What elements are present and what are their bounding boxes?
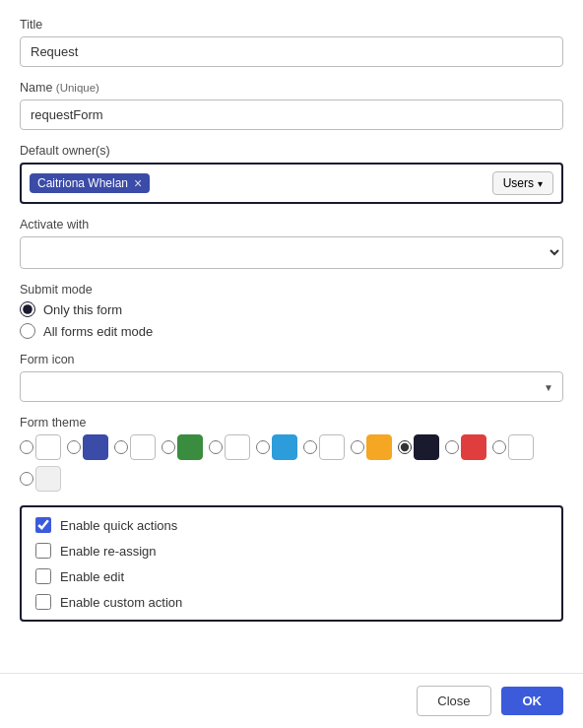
remove-owner-button[interactable]: ×	[134, 176, 142, 190]
submit-mode-label: Submit mode	[20, 283, 563, 297]
form-icon-label: Form icon	[20, 353, 563, 366]
name-field-group: Name (Unique)	[20, 81, 563, 130]
enable-custom-action-option[interactable]: Enable custom action	[35, 594, 548, 610]
theme-option-white4[interactable]	[303, 434, 345, 460]
enable-custom-action-label[interactable]: Enable custom action	[60, 595, 182, 610]
theme-swatch-red	[461, 434, 486, 460]
title-input[interactable]	[20, 36, 563, 67]
theme-radio-light-gray[interactable]	[20, 472, 33, 486]
theme-option-green[interactable]	[162, 434, 203, 460]
form-icon-select[interactable]	[20, 371, 563, 402]
theme-option-black[interactable]	[398, 434, 439, 460]
submit-mode-group: Submit mode Only this form All forms edi…	[20, 283, 563, 339]
theme-radio-white3[interactable]	[209, 440, 223, 454]
name-input[interactable]	[20, 99, 563, 130]
form-theme-group: Form theme	[20, 416, 563, 492]
theme-swatch-sky-blue	[272, 434, 297, 460]
theme-option-red[interactable]	[445, 434, 486, 460]
enable-reassign-label[interactable]: Enable re-assign	[60, 544, 157, 559]
enable-quick-actions-label[interactable]: Enable quick actions	[60, 518, 177, 533]
theme-option-white[interactable]	[20, 434, 61, 460]
form-theme-label: Form theme	[20, 416, 563, 430]
form-settings-panel: Title Name (Unique) Default owner(s) Cai…	[0, 0, 583, 673]
default-owners-inner: Caitriona Whelan × Users ▾	[22, 165, 561, 202]
theme-radio-orange[interactable]	[351, 440, 364, 454]
theme-option-sky-blue[interactable]	[256, 434, 297, 460]
ok-button[interactable]: OK	[501, 687, 564, 715]
theme-option-white2[interactable]	[114, 434, 156, 460]
theme-swatch-white3	[225, 434, 250, 460]
theme-option-white5[interactable]	[492, 434, 534, 460]
enable-edit-checkbox[interactable]	[35, 568, 51, 584]
default-owners-group: Default owner(s) Caitriona Whelan × User…	[20, 144, 563, 204]
theme-radio-white4[interactable]	[303, 440, 317, 454]
enable-reassign-checkbox[interactable]	[35, 543, 51, 559]
radio-all-forms-edit-label[interactable]: All forms edit mode	[43, 324, 153, 339]
close-button[interactable]: Close	[417, 686, 490, 716]
default-owners-box: Caitriona Whelan × Users ▾	[20, 163, 563, 204]
owner-name: Caitriona Whelan	[37, 176, 128, 190]
theme-option-light-gray[interactable]	[20, 466, 61, 492]
enable-quick-actions-option[interactable]: Enable quick actions	[35, 517, 548, 533]
enable-custom-action-checkbox[interactable]	[35, 594, 51, 610]
theme-radio-green[interactable]	[162, 440, 175, 454]
default-owners-label: Default owner(s)	[20, 144, 563, 158]
theme-option-orange[interactable]	[351, 434, 392, 460]
chevron-down-icon: ▾	[538, 178, 543, 189]
theme-radio-blue-dark[interactable]	[67, 440, 81, 454]
theme-radio-white[interactable]	[20, 440, 33, 454]
form-icon-wrapper	[20, 371, 563, 402]
theme-swatch-blue-dark	[83, 434, 108, 460]
theme-swatch-white	[35, 434, 61, 460]
theme-swatch-orange	[366, 434, 392, 460]
theme-option-white3[interactable]	[209, 434, 250, 460]
form-icon-group: Form icon	[20, 353, 563, 402]
theme-radio-black[interactable]	[398, 440, 412, 454]
enable-quick-actions-checkbox[interactable]	[35, 517, 51, 533]
activate-with-label: Activate with	[20, 218, 563, 232]
footer-bar: Close OK	[0, 673, 583, 728]
theme-radio-red[interactable]	[445, 440, 459, 454]
activate-with-group: Activate with	[20, 218, 563, 269]
theme-radio-white5[interactable]	[492, 440, 506, 454]
radio-only-this-form[interactable]	[20, 301, 35, 317]
enable-edit-option[interactable]: Enable edit	[35, 568, 548, 584]
enable-edit-label[interactable]: Enable edit	[60, 569, 124, 584]
title-label: Title	[20, 18, 563, 32]
theme-radio-white2[interactable]	[114, 440, 128, 454]
enable-reassign-option[interactable]: Enable re-assign	[35, 543, 548, 559]
quick-actions-box: Enable quick actions Enable re-assign En…	[20, 505, 563, 622]
theme-swatch-light-gray	[35, 466, 61, 492]
title-field-group: Title	[20, 18, 563, 67]
radio-only-this-form-label[interactable]: Only this form	[43, 302, 122, 317]
theme-swatch-white2	[130, 434, 156, 460]
theme-swatch-white4	[319, 434, 345, 460]
theme-swatch-green	[177, 434, 203, 460]
theme-option-blue-dark[interactable]	[67, 434, 108, 460]
form-theme-swatches	[20, 434, 563, 492]
theme-radio-sky-blue[interactable]	[256, 440, 270, 454]
radio-all-forms-edit[interactable]	[20, 323, 35, 339]
submit-mode-all-forms[interactable]: All forms edit mode	[20, 323, 563, 339]
submit-mode-only-this-form[interactable]: Only this form	[20, 301, 563, 317]
owner-tag[interactable]: Caitriona Whelan ×	[30, 173, 150, 193]
theme-swatch-white5	[508, 434, 534, 460]
users-dropdown-button[interactable]: Users ▾	[492, 171, 553, 195]
activate-with-select[interactable]	[20, 236, 563, 269]
theme-swatch-black	[414, 434, 439, 460]
name-label: Name (Unique)	[20, 81, 563, 95]
